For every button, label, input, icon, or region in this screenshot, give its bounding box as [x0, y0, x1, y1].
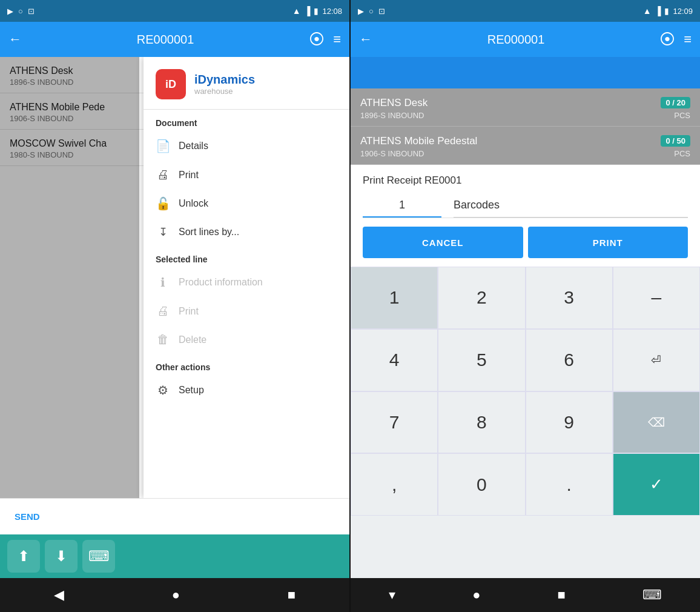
- right-item-row-2[interactable]: ATHENS Mobile Pedestal 1906-S INBOUND 0 …: [351, 127, 700, 165]
- print-dialog: Print Receipt RE0001 1 Barcodes CANCEL P…: [351, 165, 700, 267]
- print-button[interactable]: PRINT: [528, 227, 688, 258]
- right-play-icon: ▶: [358, 7, 364, 16]
- right-home-nav-button[interactable]: ●: [472, 587, 480, 603]
- menu-item-setup[interactable]: ⚙ Setup: [144, 376, 349, 405]
- keyboard-icon: ⌨: [88, 548, 110, 565]
- right-circle-icon: ○: [369, 7, 374, 16]
- menu-item-product-info: ℹ Product information: [144, 268, 349, 297]
- logo-letter: iD: [165, 78, 176, 91]
- upload-icon: ⬆: [18, 548, 30, 565]
- right-status-icons-left: ▶ ○ ⊡: [358, 7, 385, 16]
- details-icon: 📄: [156, 139, 170, 153]
- signal-icon: ⊡: [28, 7, 35, 16]
- wifi-icon: ▲: [292, 6, 301, 16]
- brand-sub: warehouse: [194, 87, 255, 96]
- cancel-button[interactable]: CANCEL: [363, 227, 523, 258]
- numpad-key-dot[interactable]: .: [526, 453, 613, 516]
- play-icon: ▶: [7, 7, 13, 16]
- menu-item-unlock[interactable]: 🔓 Unlock: [144, 189, 349, 218]
- right-back-nav-button[interactable]: ▾: [389, 587, 395, 603]
- right-battery-icon: ▮: [664, 6, 669, 16]
- numpad-key-minus[interactable]: –: [613, 267, 700, 329]
- numpad-key-1[interactable]: 1: [351, 267, 438, 329]
- right-screen: ▶ ○ ⊡ ▲ ▐ ▮ 12:09 ← RE000001 ⦿ ≡ ATHENS …: [351, 0, 700, 612]
- left-app-title: RE000001: [30, 33, 300, 47]
- battery-icon: ▮: [314, 6, 319, 16]
- right-item-sub-2: 1906-S INBOUND: [360, 149, 477, 158]
- delete-icon: 🗑: [156, 333, 170, 347]
- print-fields: 1 Barcodes: [363, 195, 688, 218]
- print-doc-label: Print: [179, 170, 199, 181]
- numpad-key-8[interactable]: 8: [438, 391, 525, 454]
- right-app-title: RE000001: [381, 33, 651, 47]
- keyboard-button[interactable]: ⌨: [82, 540, 115, 573]
- right-item-row-1[interactable]: ATHENS Desk 1896-S INBOUND 0 / 20 PCS: [351, 88, 700, 127]
- menu-item-details[interactable]: 📄 Details: [144, 131, 349, 161]
- right-item-name-2: ATHENS Mobile Pedestal: [360, 135, 477, 147]
- numpad-key-0[interactable]: 0: [438, 453, 525, 516]
- unlock-icon: 🔓: [156, 196, 170, 211]
- delete-label: Delete: [179, 334, 206, 345]
- status-icons-left: ▶ ○ ⊡: [7, 7, 35, 16]
- home-nav-button[interactable]: ●: [172, 587, 180, 603]
- row-left-1: ATHENS Desk 1896-S INBOUND: [360, 97, 428, 120]
- badge-2: 0 / 50: [661, 135, 690, 147]
- numpad-key-2[interactable]: 2: [438, 267, 525, 329]
- right-item-name-1: ATHENS Desk: [360, 97, 428, 109]
- right-back-button[interactable]: ←: [359, 32, 372, 47]
- side-menu: iD iDynamics warehouse Document 📄 Detail…: [144, 57, 349, 498]
- upload-button[interactable]: ⬆: [7, 540, 40, 573]
- numpad-key-backspace[interactable]: ⌫: [613, 391, 700, 454]
- details-label: Details: [179, 141, 208, 151]
- right-status-bar: ▶ ○ ⊡ ▲ ▐ ▮ 12:09: [351, 0, 700, 22]
- numpad-key-5[interactable]: 5: [438, 329, 525, 391]
- status-right-left: ▲ ▐ ▮ 12:08: [292, 6, 342, 16]
- right-keyboard-nav-button[interactable]: ⌨: [642, 587, 662, 603]
- numpad: 1 2 3 – 4 5 6 ⏎ 7 8 9 ⌫ , 0 . ✓: [351, 267, 700, 578]
- row-right-2: 0 / 50 PCS: [661, 135, 690, 158]
- side-menu-backdrop[interactable]: [0, 57, 139, 498]
- unit-2: PCS: [674, 149, 690, 158]
- left-menu-button[interactable]: ≡: [333, 32, 341, 47]
- numpad-key-9[interactable]: 9: [526, 391, 613, 454]
- numpad-key-comma[interactable]: ,: [351, 453, 438, 516]
- signal-bars-icon: ▐: [305, 6, 311, 16]
- left-barcode-button[interactable]: ⦿: [309, 30, 325, 49]
- download-button[interactable]: ⬇: [45, 540, 78, 573]
- right-status-right: ▲ ▐ ▮ 12:09: [643, 6, 693, 16]
- right-app-bar: ← RE000001 ⦿ ≡: [351, 22, 700, 57]
- blue-banner: [351, 57, 700, 88]
- menu-item-print-doc[interactable]: 🖨 Print: [144, 161, 349, 189]
- print-line-icon: 🖨: [156, 304, 170, 318]
- numpad-key-7[interactable]: 7: [351, 391, 438, 454]
- other-section-title: Other actions: [144, 354, 349, 376]
- back-nav-button[interactable]: ◀: [54, 587, 64, 603]
- menu-item-sort[interactable]: ↧ Sort lines by...: [144, 218, 349, 246]
- right-signal-icon: ⊡: [378, 7, 385, 16]
- print-type-field[interactable]: Barcodes: [454, 195, 688, 218]
- print-qty-field[interactable]: 1: [363, 195, 441, 218]
- info-icon: ℹ: [156, 275, 170, 290]
- row-left-2: ATHENS Mobile Pedestal 1906-S INBOUND: [360, 135, 477, 158]
- menu-item-print-line: 🖨 Print: [144, 297, 349, 325]
- recents-nav-button[interactable]: ■: [288, 587, 296, 603]
- numpad-key-confirm[interactable]: ✓: [613, 453, 700, 516]
- right-content: ATHENS Desk 1896-S INBOUND 0 / 20 PCS AT…: [351, 57, 700, 578]
- numpad-key-4[interactable]: 4: [351, 329, 438, 391]
- logo-text: iDynamics warehouse: [194, 73, 255, 96]
- right-menu-button[interactable]: ≡: [684, 32, 692, 47]
- left-back-button[interactable]: ←: [8, 32, 22, 47]
- numpad-key-6[interactable]: 6: [526, 329, 613, 391]
- brand-name: iDynamics: [194, 73, 255, 87]
- right-barcode-button[interactable]: ⦿: [659, 30, 675, 49]
- right-wifi-icon: ▲: [643, 6, 652, 16]
- right-signal-bars-icon: ▐: [655, 6, 661, 16]
- send-button[interactable]: SEND: [0, 499, 54, 534]
- right-recents-nav-button[interactable]: ■: [557, 587, 565, 603]
- row-right-1: 0 / 20 PCS: [661, 97, 690, 120]
- right-item-sub-1: 1896-S INBOUND: [360, 111, 428, 120]
- numpad-key-enter[interactable]: ⏎: [613, 329, 700, 391]
- selected-section-title: Selected line: [144, 246, 349, 268]
- numpad-key-3[interactable]: 3: [526, 267, 613, 329]
- badge-1: 0 / 20: [661, 97, 690, 108]
